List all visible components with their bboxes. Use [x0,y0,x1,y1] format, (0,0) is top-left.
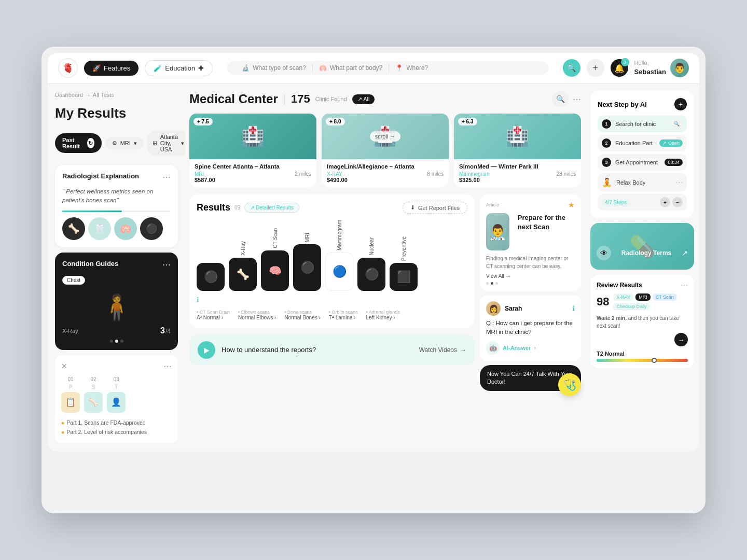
article-star[interactable]: ★ [568,201,575,209]
body-icon: 🫁 [319,64,327,72]
header-actions: 🔍 + 🔔 3 Hello, Sebastian 👨 [563,59,689,77]
fab-button[interactable]: 🩺 [558,373,581,396]
view-all-button[interactable]: View All → [486,273,575,279]
location-filter[interactable]: ⊞ Atlanta City, USA ▾ [147,131,185,156]
body-part-search[interactable]: 🫁 What part of body? [313,64,389,72]
info-3: • Bone scans Normal Bones › [284,310,320,320]
get-report-button[interactable]: ⬇ Get Report Files [403,202,467,214]
search-bar: 🔬 What type of scan? 🫁 What part of body… [227,61,548,75]
ns-step-1[interactable]: 1 Search for clinic 🔍 [598,116,687,132]
clinic-card-1[interactable]: + 7.5 🏥 Spine Center Atlanta – Atlanta M… [189,114,316,187]
relax-menu[interactable]: ⋯ [675,178,683,187]
education-icon: 🧪 [154,64,162,72]
scan-type-preventive[interactable]: Preventive ⬛ [390,236,418,291]
video-text: How to understand the reports? [222,346,413,354]
location-search[interactable]: 📍 Where? [389,64,434,72]
clinic-card-3[interactable]: + 6.3 🏥 SimonMed — Winter Park III Mammo… [454,114,581,187]
radiologist-menu[interactable]: ⋯ [162,172,171,182]
steps-row: 4/7 Steps + − [598,194,687,211]
features-nav[interactable]: 🚀 Features [84,61,139,76]
next-arrow[interactable]: → [674,333,688,346]
dot-3[interactable] [120,340,123,343]
dot-2[interactable] [115,340,118,343]
all-badge[interactable]: ↗ All [352,94,375,104]
radiologist-quote: " Perfect wellness metrics seen on patie… [62,187,171,205]
review-menu[interactable]: ⋯ [681,281,688,289]
radiology-icon: 👁 [597,246,611,260]
relax-row: 🧘 Relax Body ⋯ [598,173,687,191]
tag-checkup[interactable]: Checkup Daily [613,303,649,310]
xray-total: /4 [165,328,171,335]
scan-thumb-3[interactable]: 🫁 [114,217,137,240]
next-step-add[interactable]: + [674,98,687,110]
scan-thumb-4[interactable]: ⚫ [140,217,163,240]
scan-type-ct[interactable]: CT Scan 🧠 [261,228,289,291]
parts-list: ●Part 1. Scans are FDA-approved ●Part 2.… [61,418,172,438]
qa-user-name: Sarah [505,305,522,312]
scan-type-nuclear[interactable]: Nuclear ⚫ [357,237,385,290]
steps-minus[interactable]: − [672,197,683,207]
scan-thumb-2[interactable]: 🦷 [88,217,111,240]
ns-num-1: 1 [602,119,611,129]
t2-label: T2 Normal [597,351,688,357]
ns-step-3[interactable]: 3 Get Appointment 08:34 [598,154,687,171]
timeline-item-3: 03 T 👤 [107,376,126,413]
ai-avatar: 🤖 [486,341,500,355]
scan-type-first[interactable]: ⚫ [197,263,225,291]
condition-menu[interactable]: ⋯ [162,260,171,270]
search-button[interactable]: 🔍 [563,59,580,77]
mri-filter[interactable]: ⚙ MRI ▾ [106,137,143,150]
condition-title: Condition Guides [62,260,118,268]
steps-icons: + − [660,197,683,207]
tag-ct[interactable]: CT Scan [653,293,677,301]
watch-videos-button[interactable]: Watch Videos → [419,346,466,354]
full-center: Medical Center | 175 Clinic Found ↗ All … [185,83,585,452]
ns-step-label-3: Get Appointment [615,159,660,165]
radiology-label: Radiology Terms [621,249,671,257]
detailed-badge[interactable]: ↗ Detailed Results [244,203,299,213]
ns-badge-1: 🔍 [671,120,683,128]
clinic-type-3: Mammogram [459,171,490,177]
add-button[interactable]: + [587,59,604,77]
color-bar-thumb[interactable] [652,358,657,363]
right-panel: Next Step by Al + 1 Search for clinic 🔍 … [585,83,699,452]
logo-button[interactable]: 🫀 [58,58,78,78]
article-title: Prepare for the next Scan [518,213,575,232]
ns-step-2[interactable]: 2 Education Part ↗ Open [598,135,687,151]
doctor-cta-wrapper: Now You Can 24/7 Talk With Your Doctor! … [480,365,581,391]
qa-answer-row[interactable]: 🤖 Al-Answer › [486,341,575,355]
scan-type-xray[interactable]: X-Ray 🦴 [229,241,257,291]
notification-button[interactable]: 🔔 3 [611,59,628,77]
mc-search-button[interactable]: 🔍 [552,91,569,107]
relax-icon: 🧘 [602,177,612,187]
avatar[interactable]: 👨 [670,59,689,77]
timeline-items: 01 P 📋 02 S 🦴 03 T 👤 [61,376,172,413]
clinic-img-3: + 6.3 🏥 [454,114,581,159]
play-button[interactable]: ▶ [198,341,215,359]
clinic-card-2[interactable]: + 8.0 scroll → 🏥 ImageLink/Allegiance – … [322,114,449,187]
float-card-close[interactable]: ✕ [61,362,67,370]
radiology-link[interactable]: ↗ [682,249,688,257]
qa-info-icon: ℹ [572,304,575,313]
dot-1[interactable] [110,340,113,343]
next-step-title: Next Step by Al [598,101,647,108]
scan-thumb-1[interactable]: 🦴 [62,217,85,240]
past-result-button[interactable]: Past Result ↻ [55,133,102,153]
info-4: • Orbits scans T⁴ Lamina › [329,310,358,320]
scan-type-mammo[interactable]: Mammogram 🔵 [325,220,353,291]
condition-tag[interactable]: Chest [62,276,85,285]
float-card-menu[interactable]: ⋯ [163,361,172,371]
steps-plus[interactable]: + [660,197,670,207]
education-nav[interactable]: 🧪 Education ✚ [145,60,213,76]
scan-type-mri[interactable]: MRI ⚫ [293,233,321,291]
qa-section: 👩 Sarah ℹ Q : How can i get prepare for … [480,295,581,361]
clinic-miles-2: 8 miles [427,171,444,177]
tag-xray[interactable]: X-RAY [613,293,633,301]
scan-type-search[interactable]: 🔬 What type of scan? [236,64,313,72]
review-card: Review Results ⋯ 98 X-RAY MRI CT Scan Ch… [590,275,694,368]
tag-mri[interactable]: MRI [635,293,651,301]
review-score: 98 [597,295,609,309]
education-add-icon: ✚ [198,64,204,72]
body-model: 🧍 [62,293,171,322]
mc-more-button[interactable]: ⋯ [573,94,581,104]
